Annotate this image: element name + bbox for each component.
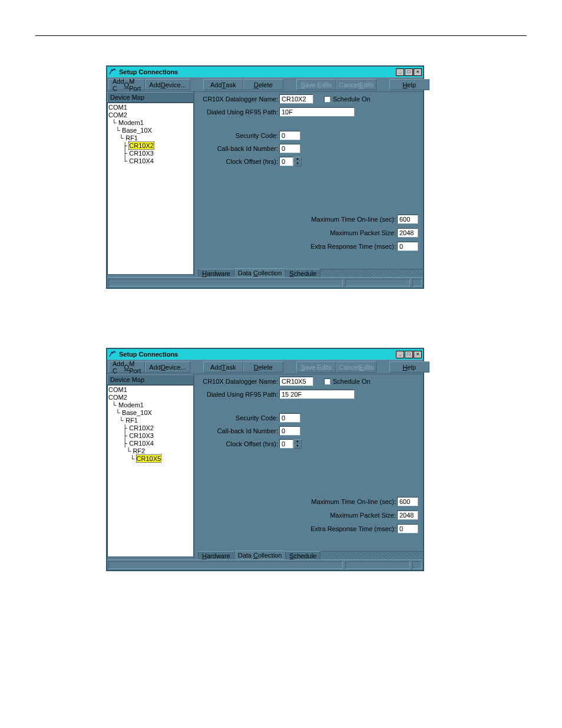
max-online-input[interactable] <box>397 497 418 506</box>
tree-item-label[interactable]: Modem1 <box>118 119 144 126</box>
clock-offset-down[interactable]: ▼ <box>293 162 302 166</box>
window-controls: _□× <box>396 68 422 76</box>
tree-item-label[interactable]: Modem1 <box>118 401 144 409</box>
add-device-button[interactable]: Add Device... <box>145 79 190 90</box>
toolbar: Add COM PortAdd Device...Add TaskDeleteS… <box>107 77 423 92</box>
sidebar: Device MapCOM1COM2 └ Modem1 └ Base_10X └… <box>107 374 194 559</box>
security-code-input[interactable] <box>279 131 300 140</box>
cancel-edits-button: Cancel Edits <box>336 361 376 373</box>
add-com-port-button[interactable]: Add COM Port <box>108 79 145 90</box>
tree-item-label[interactable]: COM2 <box>108 394 127 401</box>
tree-item[interactable]: └ Modem1 <box>108 119 193 127</box>
callback-id-input[interactable] <box>279 144 300 153</box>
tree-item[interactable]: ├ CR10X4 <box>108 440 193 447</box>
extra-response-input[interactable] <box>397 242 418 251</box>
tree-item-label[interactable]: Base_10X <box>122 409 152 416</box>
status-cell-2 <box>345 279 410 286</box>
add-com-port-button[interactable]: Add COM Port <box>108 361 145 373</box>
add-task-button[interactable]: Add Task <box>203 361 243 373</box>
tree-prefix: └ <box>108 401 118 409</box>
datalogger-name-label: CR10X Datalogger Name: <box>199 378 278 385</box>
add-task-button[interactable]: Add Task <box>203 79 243 90</box>
tab-data-collection[interactable]: Data Collection <box>234 551 286 559</box>
delete-button[interactable]: Delete <box>243 361 283 373</box>
window-controls: _□× <box>396 351 422 358</box>
tree-item[interactable]: └ RF2 <box>108 447 193 455</box>
tab-schedule[interactable]: Schedule <box>285 269 320 277</box>
device-tree[interactable]: COM1COM2 └ Modem1 └ Base_10X └ RF1 ├ CR1… <box>107 103 194 275</box>
max-online-input[interactable] <box>397 215 418 224</box>
tree-item[interactable]: COM1 <box>108 104 193 111</box>
delete-button[interactable]: Delete <box>243 79 283 90</box>
tree-item-label[interactable]: CR10X5 <box>137 455 161 462</box>
tree-item[interactable]: COM2 <box>108 111 193 119</box>
help-button[interactable]: Help <box>389 79 429 90</box>
close-button[interactable]: × <box>414 68 422 76</box>
callback-id-input[interactable] <box>279 426 300 436</box>
tree-item-label[interactable]: RF1 <box>125 134 138 141</box>
tree-item-label[interactable]: Base_10X <box>122 127 152 134</box>
schedule-on-checkbox[interactable] <box>324 96 330 103</box>
callback-id-label: Call-back Id Number: <box>199 427 278 434</box>
tree-item-label[interactable]: CR10X2 <box>129 424 154 431</box>
tree-item[interactable]: └ Base_10X <box>108 127 193 134</box>
tab-hardware[interactable]: Hardware <box>198 269 234 277</box>
tree-item-label[interactable]: RF2 <box>133 447 145 454</box>
tree-item-label[interactable]: COM1 <box>108 386 127 393</box>
tree-item[interactable]: ├ CR10X2 <box>108 142 193 150</box>
tree-item-label[interactable]: CR10X4 <box>129 440 154 447</box>
tree-item[interactable]: ├ CR10X3 <box>108 150 193 157</box>
status-cell-1 <box>108 561 343 569</box>
datalogger-name-input[interactable] <box>279 377 313 386</box>
tree-item-label[interactable]: CR10X2 <box>129 142 154 149</box>
max-packet-input[interactable] <box>397 228 418 238</box>
extra-response-input[interactable] <box>397 524 418 533</box>
datalogger-name-input[interactable] <box>279 94 313 104</box>
tree-item-label[interactable]: CR10X3 <box>129 150 154 157</box>
help-button[interactable]: Help <box>389 361 429 373</box>
tree-item-label[interactable]: CR10X4 <box>129 157 154 164</box>
tree-item[interactable]: └ RF1 <box>108 134 193 142</box>
clock-offset-up[interactable]: ▲ <box>293 157 302 162</box>
max-packet-input[interactable] <box>397 510 418 520</box>
device-tree[interactable]: COM1COM2 └ Modem1 └ Base_10X └ RF1 ├ CR1… <box>107 385 194 557</box>
tree-item-label[interactable]: COM2 <box>108 111 127 118</box>
clock-offset-up[interactable]: ▲ <box>293 439 302 444</box>
tree-item-label[interactable]: COM1 <box>108 104 127 111</box>
tree-prefix: └ <box>108 455 137 462</box>
tab-hardware[interactable]: Hardware <box>198 551 234 559</box>
tree-item[interactable]: COM2 <box>108 394 193 401</box>
tree-item[interactable]: └ Modem1 <box>108 401 193 409</box>
clock-offset-down[interactable]: ▼ <box>293 444 302 449</box>
clock-offset-input[interactable] <box>279 157 293 166</box>
minimize-button[interactable]: _ <box>396 351 404 358</box>
security-code-input[interactable] <box>279 413 300 423</box>
tree-item-label[interactable]: CR10X3 <box>129 432 154 439</box>
tree-item[interactable]: └ RF1 <box>108 417 193 424</box>
maximize-button[interactable]: □ <box>405 351 413 358</box>
tree-item[interactable]: ├ CR10X2 <box>108 424 193 432</box>
extra-response-label: Extra Response Time (msec): <box>310 525 396 532</box>
dialed-using-label: Dialed Using RF95 Path: <box>199 391 278 398</box>
rf-path-input[interactable] <box>279 390 355 399</box>
tree-item[interactable]: ├ CR10X3 <box>108 432 193 440</box>
status-cell-3 <box>412 279 422 286</box>
app-icon <box>108 350 117 358</box>
clock-offset-input[interactable] <box>279 439 293 449</box>
save-edits-button: Save Edits <box>296 361 336 373</box>
tab-data-collection[interactable]: Data Collection <box>234 268 286 277</box>
rf-path-input[interactable] <box>279 107 355 117</box>
tree-item-label[interactable]: RF1 <box>125 417 138 424</box>
tree-item[interactable]: └ CR10X4 <box>108 157 193 165</box>
tree-item[interactable]: └ CR10X5 <box>108 455 193 463</box>
close-button[interactable]: × <box>414 351 422 358</box>
tree-item[interactable]: COM1 <box>108 386 193 394</box>
schedule-on-checkbox[interactable] <box>324 378 330 385</box>
titlebar: Setup Connections_□× <box>107 349 423 360</box>
add-device-button[interactable]: Add Device... <box>145 361 190 373</box>
tab-schedule[interactable]: Schedule <box>285 551 320 559</box>
statusbar <box>107 559 423 570</box>
tree-item[interactable]: └ Base_10X <box>108 409 193 417</box>
minimize-button[interactable]: _ <box>396 68 404 76</box>
maximize-button[interactable]: □ <box>405 68 413 76</box>
